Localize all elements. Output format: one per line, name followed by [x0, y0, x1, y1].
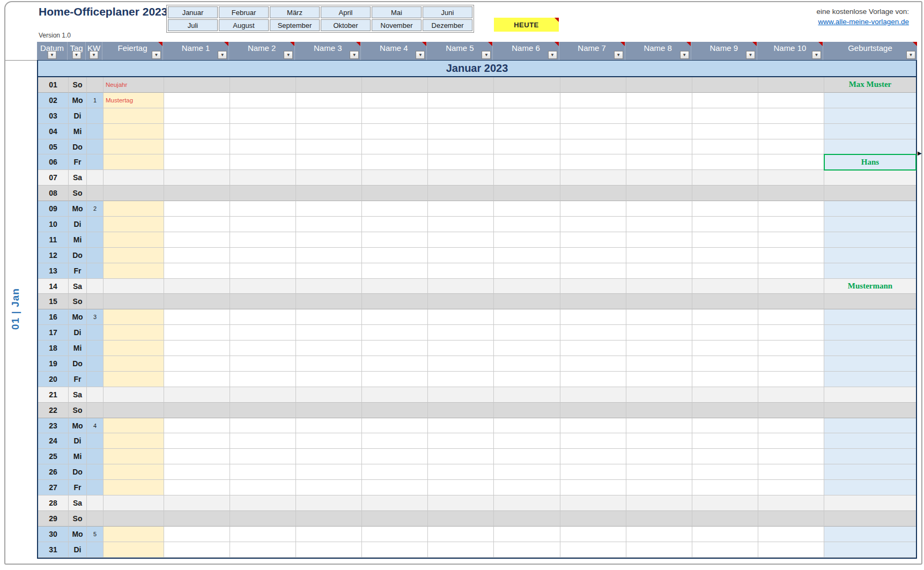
weekday-cell[interactable]: Sa	[69, 170, 87, 186]
planner-cell-name8[interactable]	[626, 139, 692, 155]
planner-cell-name8[interactable]	[626, 464, 692, 480]
holiday-cell[interactable]	[104, 356, 164, 372]
month-button-februar[interactable]: Februar	[219, 6, 269, 18]
planner-cell-name1[interactable]	[164, 418, 230, 434]
planner-cell-name5[interactable]	[428, 154, 494, 170]
holiday-cell[interactable]	[104, 464, 164, 480]
planner-cell-name3[interactable]	[296, 108, 362, 124]
holiday-cell[interactable]	[104, 248, 164, 263]
planner-cell-name2[interactable]	[230, 495, 296, 511]
planner-cell-name8[interactable]	[626, 542, 692, 558]
month-button-juni[interactable]: Juni	[423, 6, 472, 18]
planner-cell-name6[interactable]	[494, 464, 560, 480]
calendar-week-cell[interactable]	[87, 108, 104, 124]
holiday-cell[interactable]	[104, 263, 164, 279]
filter-dropdown-button[interactable]: ▼	[284, 51, 293, 59]
planner-cell-name9[interactable]	[692, 263, 758, 279]
planner-cell-name3[interactable]	[296, 217, 362, 232]
planner-cell-name10[interactable]	[758, 139, 824, 155]
month-button-dezember[interactable]: Dezember	[423, 19, 472, 31]
date-cell[interactable]: 18	[38, 340, 69, 356]
birthday-cell[interactable]	[824, 511, 916, 527]
date-cell[interactable]: 25	[38, 449, 69, 464]
planner-cell-name8[interactable]	[626, 309, 692, 325]
planner-cell-name10[interactable]	[758, 511, 824, 527]
planner-cell-name7[interactable]	[560, 186, 626, 201]
date-cell[interactable]: 21	[38, 387, 69, 403]
holiday-cell[interactable]	[104, 201, 164, 217]
filter-dropdown-button[interactable]: ▼	[72, 51, 81, 59]
holiday-cell[interactable]	[104, 217, 164, 232]
birthday-cell[interactable]	[824, 232, 916, 248]
planner-cell-name7[interactable]	[560, 387, 626, 403]
planner-cell-name8[interactable]	[626, 154, 692, 170]
planner-cell-name8[interactable]	[626, 340, 692, 356]
planner-cell-name4[interactable]	[362, 325, 428, 340]
planner-cell-name4[interactable]	[362, 279, 428, 294]
planner-cell-name4[interactable]	[362, 464, 428, 480]
planner-cell-name6[interactable]	[494, 139, 560, 155]
birthday-cell[interactable]	[824, 263, 916, 279]
planner-cell-name1[interactable]	[164, 217, 230, 232]
birthday-cell[interactable]: Max Muster	[824, 77, 916, 93]
planner-cell-name5[interactable]	[428, 356, 494, 372]
planner-cell-name8[interactable]	[626, 387, 692, 403]
planner-cell-name5[interactable]	[428, 480, 494, 495]
planner-cell-name5[interactable]	[428, 263, 494, 279]
planner-cell-name6[interactable]	[494, 170, 560, 186]
planner-cell-name5[interactable]	[428, 248, 494, 263]
planner-cell-name3[interactable]	[296, 170, 362, 186]
planner-cell-name3[interactable]	[296, 93, 362, 108]
filter-dropdown-button[interactable]: ▼	[90, 51, 99, 59]
planner-cell-name1[interactable]	[164, 154, 230, 170]
planner-cell-name8[interactable]	[626, 124, 692, 139]
month-button-oktober[interactable]: Oktober	[321, 19, 371, 31]
planner-cell-name2[interactable]	[230, 542, 296, 558]
planner-cell-name1[interactable]	[164, 108, 230, 124]
planner-cell-name5[interactable]	[428, 294, 494, 309]
holiday-cell[interactable]	[104, 309, 164, 325]
planner-cell-name5[interactable]	[428, 309, 494, 325]
planner-cell-name6[interactable]	[494, 325, 560, 340]
date-cell[interactable]: 08	[38, 186, 69, 201]
planner-cell-name8[interactable]	[626, 527, 692, 542]
birthday-cell[interactable]: Hans	[824, 154, 916, 170]
planner-cell-name7[interactable]	[560, 108, 626, 124]
planner-cell-name4[interactable]	[362, 372, 428, 387]
holiday-cell[interactable]	[104, 542, 164, 558]
planner-cell-name5[interactable]	[428, 217, 494, 232]
birthday-cell[interactable]	[824, 480, 916, 495]
planner-cell-name9[interactable]	[692, 170, 758, 186]
planner-cell-name6[interactable]	[494, 449, 560, 464]
planner-cell-name9[interactable]	[692, 139, 758, 155]
planner-cell-name1[interactable]	[164, 170, 230, 186]
birthday-cell[interactable]	[824, 464, 916, 480]
filter-dropdown-button[interactable]: ▼	[350, 51, 359, 59]
date-cell[interactable]: 05	[38, 139, 69, 155]
weekday-cell[interactable]: Di	[69, 433, 87, 449]
date-cell[interactable]: 06	[38, 154, 69, 170]
calendar-week-cell[interactable]: 2	[87, 201, 104, 217]
month-button-april[interactable]: April	[321, 6, 371, 18]
holiday-cell[interactable]	[104, 186, 164, 201]
planner-cell-name2[interactable]	[230, 309, 296, 325]
today-button[interactable]: HEUTE	[494, 18, 559, 32]
planner-cell-name3[interactable]	[296, 433, 362, 449]
planner-cell-name1[interactable]	[164, 124, 230, 139]
calendar-week-cell[interactable]: 5	[87, 527, 104, 542]
calendar-week-cell[interactable]	[87, 433, 104, 449]
calendar-week-cell[interactable]	[87, 403, 104, 418]
planner-cell-name6[interactable]	[494, 387, 560, 403]
weekday-cell[interactable]: So	[69, 403, 87, 418]
planner-cell-name10[interactable]	[758, 263, 824, 279]
birthday-cell[interactable]	[824, 340, 916, 356]
planner-cell-name3[interactable]	[296, 154, 362, 170]
planner-cell-name2[interactable]	[230, 403, 296, 418]
planner-cell-name7[interactable]	[560, 542, 626, 558]
planner-cell-name5[interactable]	[428, 279, 494, 294]
planner-cell-name10[interactable]	[758, 372, 824, 387]
planner-cell-name5[interactable]	[428, 139, 494, 155]
month-button-januar[interactable]: Januar	[168, 6, 218, 18]
planner-cell-name9[interactable]	[692, 201, 758, 217]
weekday-cell[interactable]: Do	[69, 356, 87, 372]
